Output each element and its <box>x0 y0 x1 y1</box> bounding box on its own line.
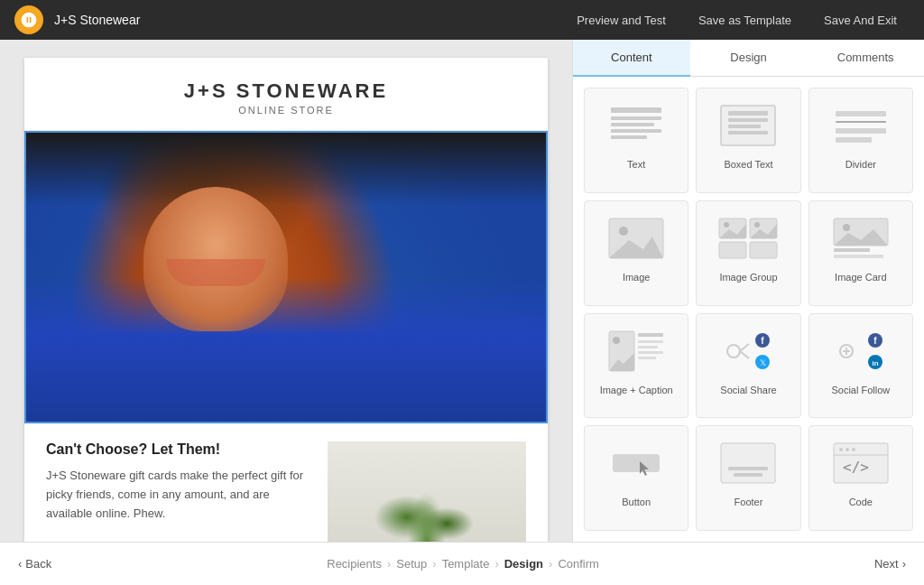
breadcrumb-sep-1: › <box>387 557 391 571</box>
svg-rect-13 <box>836 137 872 143</box>
breadcrumb-sep-2: › <box>432 557 436 571</box>
bottom-nav: ‹ Back Recipients › Setup › Template › D… <box>0 542 924 585</box>
main-area: J+S STONEWARE ONLINE STORE ⠿ ✏️ ⧉ 🗑 <box>0 40 924 542</box>
svg-rect-53 <box>728 467 768 470</box>
content-body: J+S Stoneware gift cards make the perfec… <box>46 467 310 523</box>
hero-image <box>26 133 546 422</box>
breadcrumb-template[interactable]: Template <box>442 557 490 571</box>
block-button-label: Button <box>622 497 651 507</box>
block-footer[interactable]: Footer <box>696 425 800 531</box>
block-social-follow-label: Social Follow <box>831 385 890 395</box>
next-button[interactable]: Next › <box>874 557 906 571</box>
block-boxed-text-icon <box>712 99 784 152</box>
svg-rect-33 <box>638 333 663 337</box>
svg-rect-54 <box>734 473 762 477</box>
block-code[interactable]: </> Code <box>808 425 913 531</box>
blocks-grid: Text Boxed Text <box>573 77 924 542</box>
block-image-group-label: Image Group <box>719 272 777 283</box>
block-text-label: Text <box>627 159 645 170</box>
svg-text:in: in <box>872 359 878 367</box>
svg-rect-2 <box>611 123 654 126</box>
svg-rect-23 <box>719 242 746 258</box>
breadcrumb-sep-4: › <box>549 557 552 571</box>
content-right-image <box>328 441 526 542</box>
svg-rect-10 <box>836 111 886 116</box>
svg-point-26 <box>843 224 850 231</box>
block-image-card-icon <box>825 212 897 265</box>
breadcrumb-design[interactable]: Design <box>504 557 543 571</box>
top-nav: J+S Stonewear Preview and Test Save as T… <box>0 0 924 40</box>
block-social-share-label: Social Share <box>720 385 776 395</box>
right-panel: Content Design Comments Text <box>572 40 924 542</box>
block-boxed-text-label: Boxed Text <box>724 159 772 170</box>
svg-rect-8 <box>728 125 761 128</box>
svg-rect-28 <box>834 248 870 252</box>
block-divider-label: Divider <box>845 159 876 170</box>
mailchimp-logo <box>14 5 43 34</box>
block-image-caption-icon <box>600 325 672 377</box>
svg-text:</>: </> <box>843 459 869 476</box>
back-label: Back <box>25 557 51 571</box>
block-image-group[interactable]: Image Group <box>696 200 800 306</box>
block-social-share[interactable]: f 𝕏 Social Share <box>696 313 800 419</box>
svg-rect-36 <box>638 351 663 354</box>
svg-rect-35 <box>638 346 658 348</box>
svg-point-57 <box>845 448 849 451</box>
block-footer-label: Footer <box>735 497 763 507</box>
breadcrumb-confirm[interactable]: Confirm <box>558 557 599 571</box>
content-headline: Can't Choose? Let Them! <box>46 441 310 458</box>
tab-content[interactable]: Content <box>573 40 690 77</box>
svg-rect-4 <box>611 135 647 139</box>
next-arrow-icon: › <box>902 557 906 571</box>
block-image-card-label: Image Card <box>835 272 886 283</box>
svg-point-58 <box>852 448 855 451</box>
breadcrumb-recipients[interactable]: Recipients <box>327 557 382 571</box>
block-image[interactable]: Image <box>584 200 688 306</box>
block-button-icon <box>600 437 672 489</box>
svg-rect-7 <box>728 118 768 122</box>
block-boxed-text[interactable]: Boxed Text <box>696 88 800 193</box>
svg-rect-24 <box>750 242 777 258</box>
svg-rect-3 <box>611 129 661 133</box>
email-brand-name: J+S STONEWARE <box>42 79 530 103</box>
breadcrumb: Recipients › Setup › Template › Design ›… <box>327 557 599 571</box>
svg-point-38 <box>727 345 740 358</box>
svg-rect-50 <box>613 454 660 472</box>
svg-rect-6 <box>728 111 768 116</box>
svg-text:𝕏: 𝕏 <box>760 358 766 367</box>
svg-rect-37 <box>638 357 656 359</box>
block-social-follow[interactable]: f in Social Follow <box>808 313 913 419</box>
save-template-button[interactable]: Save as Template <box>686 8 804 32</box>
block-social-share-icon: f 𝕏 <box>712 325 784 377</box>
panel-tabs: Content Design Comments <box>573 40 924 77</box>
preview-test-button[interactable]: Preview and Test <box>564 8 679 32</box>
block-footer-icon <box>712 437 784 489</box>
block-image-caption[interactable]: Image + Caption <box>584 313 688 419</box>
svg-rect-12 <box>836 128 886 134</box>
content-two-col: Can't Choose? Let Them! J+S Stoneware gi… <box>46 441 526 542</box>
block-divider[interactable]: Divider <box>808 88 913 193</box>
block-code-label: Code <box>849 497 873 507</box>
plant-image <box>328 441 526 542</box>
svg-rect-34 <box>638 340 663 343</box>
breadcrumb-setup[interactable]: Setup <box>396 557 427 571</box>
block-divider-icon <box>825 99 897 152</box>
top-nav-actions: Preview and Test Save as Template Save A… <box>564 8 910 32</box>
svg-rect-9 <box>728 131 768 135</box>
svg-rect-29 <box>834 255 883 258</box>
svg-rect-1 <box>611 116 661 120</box>
block-button[interactable]: Button <box>584 425 688 531</box>
svg-rect-11 <box>836 121 886 123</box>
block-image-label: Image <box>623 272 651 283</box>
content-left: Can't Choose? Let Them! J+S Stoneware gi… <box>46 441 310 523</box>
svg-point-18 <box>724 222 729 228</box>
tab-comments[interactable]: Comments <box>807 40 924 77</box>
block-image-card[interactable]: Image Card <box>808 200 913 306</box>
svg-rect-0 <box>611 107 661 113</box>
tab-design[interactable]: Design <box>690 40 808 77</box>
svg-point-56 <box>839 448 843 451</box>
save-exit-button[interactable]: Save And Exit <box>811 8 910 32</box>
back-button[interactable]: ‹ Back <box>18 557 51 571</box>
image-block[interactable]: ⠿ ✏️ ⧉ 🗑 <box>24 131 548 423</box>
block-text[interactable]: Text <box>584 88 688 193</box>
